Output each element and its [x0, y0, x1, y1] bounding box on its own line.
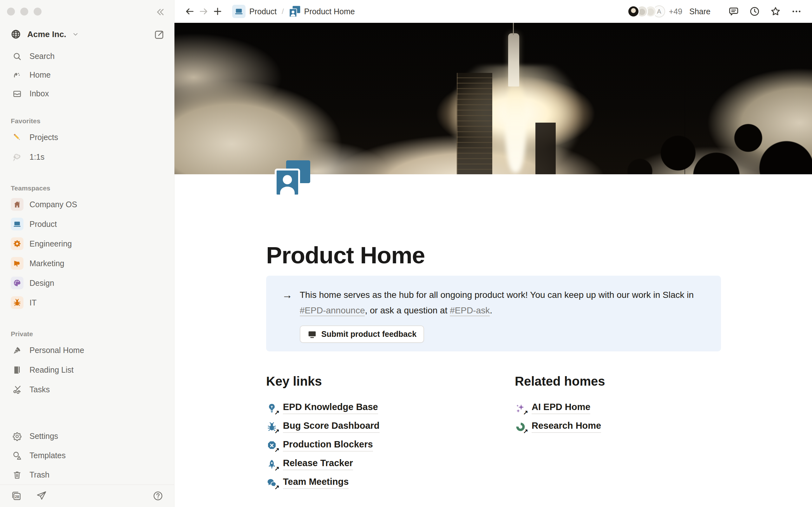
- presence-avatars[interactable]: A: [627, 5, 665, 17]
- monitor-icon: [307, 330, 317, 339]
- sidebar-item-projects[interactable]: Projects: [4, 127, 170, 147]
- sidebar-item-templates[interactable]: Templates: [4, 446, 170, 465]
- sidebar-item-engineering[interactable]: Engineering: [4, 234, 170, 253]
- sidebar-item-label: Inbox: [30, 89, 49, 98]
- sparkles-icon: ↗: [515, 402, 526, 414]
- trash-icon: [11, 469, 23, 481]
- page-link-ai-epd-home[interactable]: ↗AI EPD Home: [515, 399, 721, 417]
- palette-icon: [11, 277, 23, 289]
- sidebar-sections: FavoritesProjects1:1sTeamspacesCompany O…: [4, 112, 170, 399]
- page-link-research-home[interactable]: ↗Research Home: [515, 417, 721, 436]
- new-page-icon[interactable]: [153, 28, 166, 41]
- page-link-label: EPD Knowledge Base: [283, 402, 378, 414]
- sidebar-item-label: Trash: [30, 470, 49, 480]
- sidebar-item-1-1s[interactable]: 1:1s: [4, 147, 170, 167]
- send-icon[interactable]: [35, 489, 48, 503]
- sidebar-item-product[interactable]: Product: [4, 214, 170, 234]
- sidebar-item-label: Company OS: [30, 200, 77, 209]
- sidebar-item-company-os[interactable]: Company OS: [4, 194, 170, 214]
- sidebar: Acme Inc. SearchHomeInbox FavoritesProje…: [0, 0, 174, 507]
- page-link-label: Production Blockers: [283, 439, 373, 452]
- sidebar-section-favorites: FavoritesProjects1:1s: [4, 117, 170, 167]
- open-page-arrow-icon: ↗: [523, 428, 528, 435]
- sidebar-item-label: Personal Home: [30, 346, 84, 355]
- topbar-right: A +49 Share: [627, 4, 804, 19]
- svg-text:28: 28: [15, 495, 19, 499]
- sidebar-section-label: Private: [11, 330, 170, 338]
- laptop-icon: [11, 218, 23, 230]
- content-columns: Key links ↗EPD Knowledge Base↗Bug Score …: [266, 373, 721, 492]
- page-link-team-meetings[interactable]: ↗Team Meetings: [266, 473, 515, 492]
- zoom-window-button[interactable]: [34, 8, 42, 15]
- sidebar-item-home[interactable]: Home: [4, 66, 170, 84]
- submit-product-feedback-button[interactable]: Submit product feedback: [300, 326, 424, 343]
- sidebar-item-it[interactable]: IT: [4, 293, 170, 313]
- more-options-icon[interactable]: [789, 4, 804, 19]
- templates-icon: [11, 449, 23, 462]
- sidebar-item-label: Design: [30, 279, 54, 288]
- back-icon[interactable]: [183, 4, 197, 18]
- updates-clock-icon[interactable]: [747, 4, 762, 19]
- gear-outline-icon: [11, 430, 23, 443]
- thought-cloud-icon: [11, 151, 23, 163]
- sidebar-item-marketing[interactable]: Marketing: [4, 253, 170, 273]
- slack-channel-link-epd-announce[interactable]: #EPD-announce: [300, 305, 365, 316]
- page-link-production-blockers[interactable]: ↗Production Blockers: [266, 436, 515, 455]
- callout: → This home serves as the hub for all on…: [266, 276, 721, 351]
- search-icon: [11, 50, 23, 63]
- lightbulb-icon: ↗: [266, 402, 277, 414]
- avatars-overflow-count[interactable]: +49: [669, 7, 682, 16]
- sidebar-item-label: Search: [30, 52, 55, 61]
- globe-icon: [9, 28, 22, 41]
- pizza-icon: [11, 344, 23, 356]
- sidebar-section-private: PrivatePersonal HomeReading ListTasks: [4, 330, 170, 399]
- sidebar-item-design[interactable]: Design: [4, 273, 170, 293]
- sidebar-section-teamspaces: TeamspacesCompany OSProductEngineeringMa…: [4, 184, 170, 313]
- close-window-button[interactable]: [7, 8, 15, 15]
- open-page-arrow-icon: ↗: [523, 409, 528, 416]
- workspace-switcher[interactable]: Acme Inc.: [9, 26, 79, 43]
- breadcrumb-item-product[interactable]: Product: [230, 3, 279, 19]
- share-button[interactable]: Share: [689, 7, 711, 16]
- sidebar-item-trash[interactable]: Trash: [4, 465, 170, 485]
- rocket-icon: ↗: [266, 458, 277, 470]
- sidebar-item-inbox[interactable]: Inbox: [4, 84, 170, 103]
- related-homes-column: Related homes ↗AI EPD Home↗Research Home: [515, 373, 721, 492]
- comments-icon[interactable]: [726, 4, 741, 19]
- page-link-label: Research Home: [531, 420, 601, 433]
- breadcrumb-item-product-home[interactable]: Product Home: [287, 4, 357, 18]
- sidebar-item-label: Templates: [30, 451, 66, 460]
- minimize-window-button[interactable]: [20, 8, 28, 15]
- sidebar-item-reading-list[interactable]: Reading List: [4, 360, 170, 380]
- open-page-arrow-icon: ↗: [274, 428, 280, 435]
- page-icon-person-card[interactable]: [275, 160, 310, 196]
- sidebar-item-label: Reading List: [30, 365, 73, 375]
- laptop-icon: [232, 5, 246, 18]
- sidebar-item-personal-home[interactable]: Personal Home: [4, 340, 170, 360]
- workspace-name: Acme Inc.: [27, 30, 66, 39]
- slack-channel-link-epd-ask[interactable]: #EPD-ask: [450, 305, 490, 316]
- sidebar-item-search[interactable]: Search: [4, 47, 170, 66]
- page-link-bug-score-dashboard[interactable]: ↗Bug Score Dashboard: [266, 417, 515, 436]
- forward-icon[interactable]: [197, 4, 211, 18]
- sidebar-item-label: Engineering: [30, 239, 72, 248]
- favorite-star-icon[interactable]: [768, 4, 783, 19]
- person-card-icon: [289, 6, 300, 17]
- home-icon: [11, 69, 23, 81]
- chevron-down-icon: [72, 31, 79, 38]
- page-title: Product Home: [266, 241, 425, 269]
- new-tab-icon[interactable]: [211, 4, 224, 18]
- collapse-sidebar-icon[interactable]: [153, 6, 166, 18]
- help-icon[interactable]: [151, 489, 165, 503]
- sidebar-bottom: SettingsTemplatesTrash: [4, 427, 170, 485]
- topbar: Product / Product Home A +49 Share: [174, 0, 812, 23]
- window-controls: [7, 8, 42, 15]
- page-link-epd-knowledge-base[interactable]: ↗EPD Knowledge Base: [266, 399, 515, 417]
- page-link-release-tracker[interactable]: ↗Release Tracker: [266, 455, 515, 473]
- sidebar-nav: SearchHomeInbox: [4, 47, 170, 103]
- calendar-icon[interactable]: 28: [9, 489, 23, 503]
- sidebar-item-tasks[interactable]: Tasks: [4, 380, 170, 399]
- sidebar-item-settings[interactable]: Settings: [4, 427, 170, 446]
- page-link-label: Bug Score Dashboard: [283, 420, 380, 433]
- sidebar-section-label: Teamspaces: [11, 184, 170, 192]
